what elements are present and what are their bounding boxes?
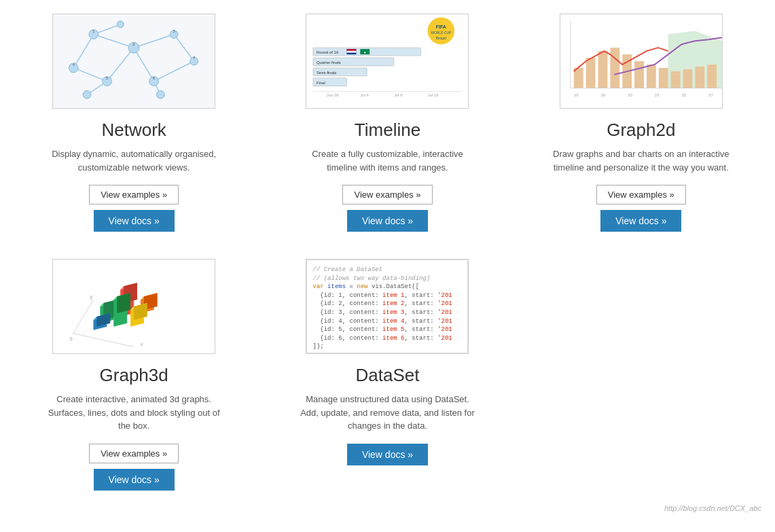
svg-point-20	[83, 90, 91, 99]
watermark-text: http://blog.csdn.net/DCX_abc	[14, 504, 761, 512]
timeline-desc: Create a fully customizable, interactive…	[299, 147, 475, 174]
svg-rect-56	[598, 51, 607, 88]
svg-text:Jul 13: Jul 13	[428, 93, 439, 97]
card-graph2d: 16 18 20 23 25 27 Graph2d Draw graphs an…	[521, 14, 761, 232]
svg-rect-64	[695, 67, 704, 88]
svg-text:0: 0	[70, 336, 73, 341]
svg-rect-59	[634, 61, 644, 88]
svg-marker-89	[117, 293, 130, 313]
svg-text:Brazil: Brazil	[436, 36, 446, 40]
timeline-examples-button[interactable]: View examples »	[342, 185, 432, 205]
svg-text:7: 7	[193, 56, 195, 60]
dataset-desc: Manage unstructured data using DataSet. …	[299, 393, 475, 433]
card-graph3d: 0 y x Graph3d Create interactive, animat…	[14, 259, 254, 491]
graph2d-title: Graph2d	[607, 120, 675, 141]
graph2d-image: 16 18 20 23 25 27	[560, 14, 723, 109]
svg-rect-43	[347, 49, 357, 51]
svg-rect-63	[683, 69, 692, 88]
svg-rect-65	[707, 65, 717, 88]
svg-rect-60	[647, 65, 656, 88]
svg-text:23: 23	[655, 93, 660, 97]
svg-text:18: 18	[600, 93, 605, 97]
svg-text:x: x	[141, 342, 143, 347]
network-title: Network	[101, 120, 166, 141]
timeline-image: FIFA WORLD CUP Brazil Round of 16 Quarte…	[306, 14, 469, 109]
svg-text:Final: Final	[317, 81, 325, 85]
svg-text:WORLD CUP: WORLD CUP	[431, 31, 452, 35]
graph3d-desc: Create interactive, animated 3d graphs. …	[46, 393, 222, 433]
graph3d-image: 0 y x	[52, 259, 215, 354]
graph3d-docs-button[interactable]: View docs »	[94, 469, 175, 491]
card-dataset: // Create a DataSet // (allows two way d…	[268, 259, 507, 491]
svg-rect-57	[610, 48, 619, 88]
graph2d-docs-button[interactable]: View docs »	[600, 210, 681, 232]
network-docs-button[interactable]: View docs »	[94, 210, 175, 232]
svg-text:27: 27	[708, 93, 713, 97]
timeline-title: Timeline	[355, 120, 420, 141]
network-image: 1 2 3 4 5 6 7	[52, 14, 215, 109]
svg-rect-62	[670, 71, 680, 88]
svg-text:20: 20	[628, 93, 632, 97]
timeline-docs-button[interactable]: View docs »	[347, 210, 428, 232]
svg-text:y: y	[90, 294, 93, 300]
graph2d-desc: Draw graphs and bar charts on an interac…	[553, 147, 729, 174]
graph3d-examples-button[interactable]: View examples »	[89, 444, 179, 463]
svg-text:25: 25	[681, 93, 686, 97]
svg-text:Jun 28: Jun 28	[327, 93, 340, 97]
svg-text:Semi-finals: Semi-finals	[317, 71, 336, 75]
card-timeline: FIFA WORLD CUP Brazil Round of 16 Quarte…	[268, 14, 507, 232]
dataset-image: // Create a DataSet // (allows two way d…	[306, 259, 469, 354]
svg-rect-55	[586, 58, 596, 88]
svg-rect-44	[347, 51, 357, 53]
svg-text:FIFA: FIFA	[436, 24, 446, 29]
network-examples-button[interactable]: View examples »	[89, 185, 179, 205]
empty-cell	[521, 259, 761, 491]
dataset-title: DataSet	[356, 365, 420, 386]
top-grid: 1 2 3 4 5 6 7 Network Display dynamic, a…	[14, 14, 761, 232]
svg-text:1: 1	[92, 29, 94, 33]
bottom-grid: 0 y x Graph3d Create interactive, animat…	[14, 259, 761, 491]
svg-rect-61	[659, 68, 668, 88]
svg-text:Quarter-finals: Quarter-finals	[317, 60, 341, 65]
network-desc: Display dynamic, automatically organised…	[46, 147, 222, 174]
dataset-docs-button[interactable]: View docs »	[347, 444, 428, 465]
graph3d-title: Graph3d	[100, 365, 168, 386]
svg-text:Round of 16: Round of 16	[317, 50, 339, 54]
svg-point-19	[157, 90, 165, 99]
svg-text:2: 2	[133, 42, 135, 46]
svg-text:Jul 4: Jul 4	[361, 93, 370, 97]
svg-text:16: 16	[574, 93, 579, 97]
svg-point-21	[118, 21, 124, 28]
graph2d-examples-button[interactable]: View examples »	[596, 185, 686, 205]
card-network: 1 2 3 4 5 6 7 Network Display dynamic, a…	[14, 14, 254, 232]
svg-text:Jul 9: Jul 9	[394, 93, 403, 97]
